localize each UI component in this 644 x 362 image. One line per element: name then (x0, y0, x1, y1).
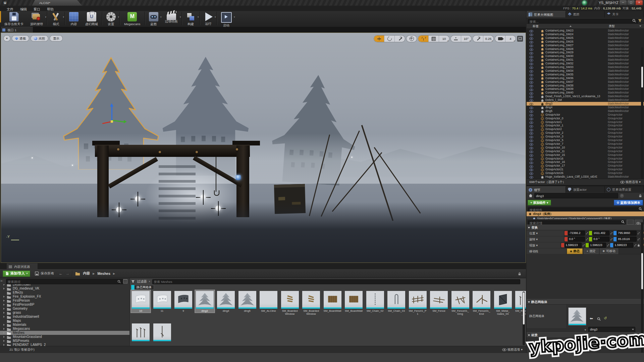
mobility-固定[interactable]: ⌖固定 (584, 248, 599, 254)
asset-thumbnail[interactable] (153, 323, 171, 341)
folder-Megascans[interactable]: Megascans (0, 327, 129, 331)
maximize-viewport-button[interactable] (517, 36, 523, 42)
asset-tile-SM_BoardWall[interactable]: SM_BoardWall (344, 290, 363, 312)
actor-name[interactable]: GroupActor_16 (545, 160, 565, 164)
actor-name[interactable]: Huge_Icelandic_Lava_Cliff_LOD0_siErE (545, 175, 597, 179)
actor-name[interactable]: ContainerLong_SM35 (545, 73, 574, 76)
outliner-row[interactable]: ContainerLong_SM23StaticMeshActor (527, 29, 644, 33)
actor-name[interactable]: GroupActor_3 (545, 135, 564, 138)
transform-label[interactable]: 位置 ▾ (527, 230, 564, 236)
asset-thumbnail[interactable] (217, 291, 235, 309)
actor-name[interactable]: ding4 (545, 106, 552, 109)
toolbar-modes-button[interactable]: 模式▾ (48, 11, 64, 26)
toolbar-content-button[interactable]: 内容 (66, 11, 82, 26)
actor-name[interactable]: ding5 (545, 109, 552, 113)
camera-speed-value[interactable]: 4▾ (505, 36, 516, 42)
outliner-row[interactable]: GroupActor_17GroupActor (527, 164, 644, 168)
asset-tile-SM_ALCline[interactable]: SM_ALCline (259, 290, 278, 312)
show-button[interactable]: 显示 (50, 36, 62, 41)
outliner-row[interactable]: ContainerLong_SM25StaticMeshActor (527, 36, 644, 40)
caret-down-icon[interactable]: ▾ (118, 16, 119, 18)
forward-button[interactable]: → (65, 271, 69, 276)
actor-name[interactable]: GroupActor_15 (545, 153, 565, 157)
outliner-row[interactable]: ContainerLong_SM26StaticMeshActor (527, 40, 644, 44)
asset-thumbnail[interactable] (366, 291, 384, 309)
actor-name[interactable]: GroupActor_10 (545, 146, 565, 149)
folder-Geometry[interactable]: Geometry (0, 307, 129, 311)
component-row[interactable]: ding3（实例） (527, 212, 644, 216)
label-column-header[interactable]: 标签 (533, 24, 539, 28)
transform-label[interactable]: 旋转 ▾ (527, 236, 564, 242)
tab-放置actor[interactable]: 放置actor (566, 186, 605, 193)
asset-tile-SM_Fence01_ End[interactable]: SM_Fence01_ End (472, 290, 491, 315)
reset-icon[interactable]: ↺ (604, 316, 607, 320)
tab-世界场景设置[interactable]: 世界场景设置 (605, 186, 644, 193)
move-tool-button[interactable] (374, 36, 384, 42)
asset-thumbnail[interactable] (409, 291, 427, 309)
mobility-静态[interactable]: ◉静态 (567, 248, 583, 254)
actor-name[interactable]: GroupActor_0 (545, 117, 564, 120)
asset-thumbnail[interactable] (132, 291, 150, 309)
outliner-row[interactable]: GroupActor_2GroupActor (527, 131, 644, 135)
expand-arrow-icon[interactable] (3, 328, 5, 330)
lock-icon[interactable] (518, 272, 521, 276)
位置-y-field[interactable]: 1611.402 (593, 231, 609, 236)
transform-gizmo[interactable] (102, 103, 132, 127)
point-light-gizmo[interactable] (112, 202, 126, 217)
asset-thumbnail[interactable] (345, 291, 363, 309)
expand-arrow-icon[interactable] (3, 300, 5, 302)
actor-name[interactable]: ContainerLong_SM23 (545, 29, 574, 33)
folder-DG_medieval_VK[interactable]: DG_medieval_VK (0, 287, 129, 291)
asset-thumbnail[interactable] (430, 291, 448, 309)
outliner-row[interactable]: GroupActor_16GroupActor (527, 160, 644, 164)
caret-down-icon[interactable]: ▾ (63, 16, 64, 18)
asset-thumbnail[interactable] (153, 291, 171, 309)
filter-funnel-icon[interactable] (131, 280, 135, 283)
drag-handle-icon[interactable] (607, 242, 609, 248)
search-paths-input[interactable] (6, 279, 123, 284)
asset-thumbnail[interactable] (281, 291, 299, 309)
outliner-row[interactable]: GroupActor_15GroupActor (527, 153, 644, 157)
lit-button[interactable]: 光照 (31, 36, 48, 41)
caret-down-icon[interactable]: ▾ (180, 16, 181, 18)
actor-name[interactable]: ContainerLong_SM38 (545, 84, 574, 87)
缩放-x-field[interactable]: 1.598223 (565, 243, 582, 248)
toolbar-launch-button[interactable]: 启动▾ (218, 11, 235, 28)
outliner-row[interactable]: GroupActor21GroupActor (527, 168, 644, 171)
static-mesh-section-header[interactable]: 静态网格体 (527, 299, 644, 305)
outliner-row[interactable]: Debris_l_SMStaticMeshActor (527, 98, 644, 102)
actor-name[interactable]: GroupActor2 (545, 127, 562, 131)
actor-name[interactable]: GroupActor_2 (545, 131, 564, 135)
actor-name[interactable]: ContainerLong_SM28 (545, 47, 574, 51)
旋转-x-field[interactable]: 0.0 ° (568, 237, 585, 242)
use-selected-icon[interactable]: ⬅ (590, 316, 593, 321)
actor-name[interactable]: ContainerLong_SM30 (545, 54, 574, 58)
scale-snap-value[interactable]: 0.25▾ (483, 36, 493, 42)
folder-MountainGrassland[interactable]: MountainGrassland (0, 335, 129, 339)
actor-name-input[interactable] (534, 193, 618, 198)
rotation-snap-toggle[interactable] (451, 36, 461, 42)
outliner-row[interactable]: ContainerLong_SM37StaticMeshActor (527, 80, 644, 84)
outliner-row[interactable]: ContainerLong_SM29StaticMeshActor (527, 51, 644, 54)
folder-MSPresets[interactable]: MSPresets (0, 339, 129, 343)
actor-name[interactable]: Dead_Finish_LOD0_Var13_ucokaamia_13 (545, 95, 600, 98)
toolbar-build-button[interactable]: 构建▾ (183, 11, 199, 26)
transform-section-header[interactable]: 变换 (527, 225, 644, 230)
scale-snap-toggle[interactable] (473, 36, 483, 42)
gizmo-y-axis[interactable] (112, 120, 124, 123)
asset-thumbnail[interactable] (324, 291, 341, 309)
minimize-button[interactable]: ─ (620, 0, 627, 5)
point-light-gizmo[interactable] (211, 201, 226, 216)
scale-tool-button[interactable] (394, 36, 405, 42)
cb-view-options[interactable]: 视图选项 ▾ (502, 346, 523, 353)
outliner-row[interactable]: ContainerLong_SM31StaticMeshActor (527, 58, 644, 62)
asset-tile-ding4[interactable]: ding4 (216, 290, 235, 312)
breadcrumb-content[interactable]: 内容 (83, 271, 90, 276)
actor-name[interactable]: ContainerLong_SM32 (545, 62, 574, 65)
asset-tile-SM_BoardWall[interactable]: SM_BoardWall (323, 290, 342, 312)
outliner-row[interactable]: GroupActor_3GroupActor (527, 135, 644, 138)
caret-down-icon[interactable]: ▾ (234, 16, 235, 18)
folder-DesertTown[interactable]: DesertTown (0, 284, 129, 287)
outliner-row[interactable]: GroupActor_1GroupActor (527, 124, 644, 127)
asset-tile-SM_Chain_02[interactable]: SM_Chain_02 (366, 290, 385, 312)
